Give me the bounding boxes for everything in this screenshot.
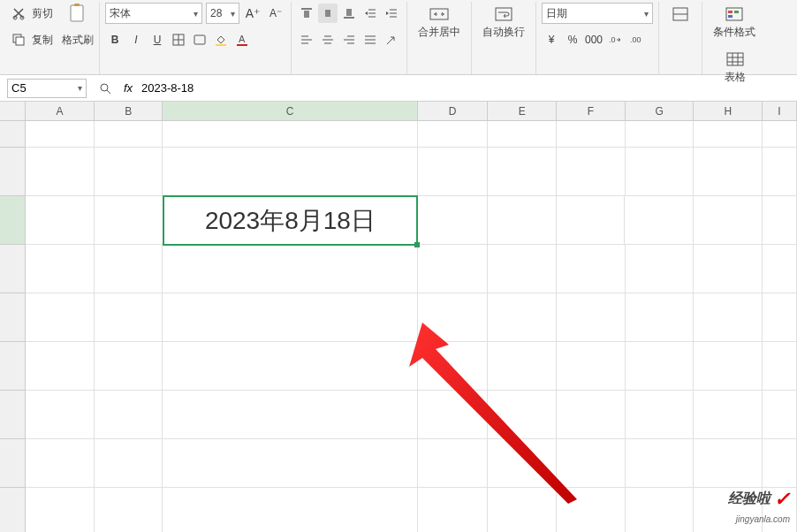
format-painter-label[interactable]: 格式刷 <box>62 33 94 48</box>
zoom-icon[interactable] <box>97 81 113 95</box>
cut-icon[interactable] <box>9 4 28 23</box>
cond-format-button[interactable]: 条件格式 <box>708 2 761 43</box>
selected-cell-c5[interactable]: 2023年8月18日 <box>163 195 418 246</box>
font-name-select[interactable]: 宋体 ▾ <box>105 3 202 24</box>
grid-cell[interactable] <box>163 342 417 391</box>
grid-cell[interactable] <box>417 196 488 245</box>
cut-label[interactable]: 剪切 <box>32 6 53 21</box>
number-format-select[interactable]: 日期 ▾ <box>542 3 653 24</box>
col-header-i[interactable]: I <box>763 102 797 120</box>
grid-cell[interactable] <box>418 121 489 148</box>
fx-icon[interactable]: fx <box>120 81 136 95</box>
grid-cell[interactable] <box>626 293 695 342</box>
col-header-d[interactable]: D <box>418 102 489 120</box>
percent-icon[interactable]: % <box>563 30 582 49</box>
grid-cell[interactable] <box>625 196 694 245</box>
grid-cell[interactable] <box>488 488 557 532</box>
grid-cell[interactable] <box>418 342 489 391</box>
grid-cell[interactable] <box>95 439 163 488</box>
wrap-text-button[interactable]: 自动换行 <box>477 2 530 43</box>
align-right-icon[interactable] <box>339 30 359 49</box>
grid-cell[interactable] <box>626 245 695 293</box>
grid-cell[interactable] <box>418 148 489 196</box>
grid-cell[interactable] <box>95 342 163 391</box>
increase-indent-icon[interactable] <box>382 4 401 23</box>
grid-cell[interactable] <box>95 148 163 196</box>
grid-cell[interactable] <box>488 391 557 439</box>
grid-cell[interactable] <box>626 121 695 148</box>
align-center-icon[interactable] <box>318 30 338 49</box>
grid-cell[interactable] <box>763 342 797 391</box>
cell-style-icon[interactable] <box>190 30 209 49</box>
grid-cell[interactable] <box>95 293 163 342</box>
merge-center-button[interactable]: 合并居中 <box>413 2 466 43</box>
grid-cell[interactable] <box>763 391 797 439</box>
align-bottom-icon[interactable] <box>339 4 359 23</box>
grid-cell[interactable] <box>694 148 763 196</box>
grid-cell[interactable] <box>557 245 626 293</box>
comma-icon[interactable]: 000 <box>584 30 603 49</box>
col-header-h[interactable]: H <box>694 102 763 120</box>
grid-cell[interactable] <box>557 488 626 532</box>
grid-cell[interactable] <box>163 121 417 148</box>
grid-cell[interactable] <box>418 439 489 488</box>
grid-cell[interactable] <box>163 391 417 439</box>
grid-cell[interactable] <box>95 196 163 245</box>
grid-cell[interactable] <box>694 196 763 245</box>
orientation-icon[interactable] <box>382 30 401 49</box>
paste-button[interactable] <box>62 0 94 28</box>
row-header[interactable] <box>0 439 26 488</box>
row-header[interactable] <box>0 121 26 148</box>
grid-cell[interactable] <box>95 488 163 532</box>
grid-cell[interactable] <box>694 439 763 488</box>
grid-cell[interactable] <box>163 293 417 342</box>
increase-font-icon[interactable]: A⁺ <box>243 4 262 23</box>
grid-cell[interactable] <box>694 391 763 439</box>
grid-cell[interactable] <box>626 148 695 196</box>
align-middle-icon[interactable] <box>318 4 338 23</box>
bold-icon[interactable]: B <box>105 30 125 49</box>
grid-cell[interactable] <box>694 245 763 293</box>
grid-cell[interactable] <box>418 391 489 439</box>
grid-cell[interactable] <box>694 293 763 342</box>
grid-cell[interactable] <box>557 293 626 342</box>
decrease-decimal-icon[interactable]: .0 <box>605 30 625 49</box>
italic-icon[interactable]: I <box>126 30 146 49</box>
row-header[interactable] <box>0 342 26 391</box>
col-header-a[interactable]: A <box>26 102 95 120</box>
grid-cell[interactable] <box>488 439 557 488</box>
grid-cell[interactable] <box>488 148 557 196</box>
row-header[interactable] <box>0 488 26 532</box>
grid-cell[interactable] <box>763 245 797 293</box>
name-box[interactable]: C5 ▾ <box>7 79 87 98</box>
row-header[interactable] <box>0 293 26 342</box>
row-header[interactable] <box>0 245 26 293</box>
grid-cell[interactable] <box>763 439 797 488</box>
copy-icon[interactable] <box>9 30 28 49</box>
grid-cell[interactable] <box>163 148 417 196</box>
grid-cell[interactable] <box>488 293 557 342</box>
grid-cell[interactable] <box>694 121 763 148</box>
grid-cell[interactable] <box>418 245 489 293</box>
grid-cell[interactable] <box>163 439 417 488</box>
grid-cell[interactable] <box>763 196 797 245</box>
grid-cell[interactable] <box>626 439 695 488</box>
col-header-g[interactable]: G <box>626 102 695 120</box>
grid-cell[interactable] <box>694 342 763 391</box>
grid-cell[interactable] <box>763 148 797 196</box>
grid-cell[interactable] <box>26 391 95 439</box>
grid-cell[interactable] <box>763 121 797 148</box>
grid-cell[interactable] <box>488 245 557 293</box>
row-header[interactable] <box>0 148 26 196</box>
grid-cell[interactable] <box>488 121 557 148</box>
currency-icon[interactable]: ¥ <box>542 30 561 49</box>
grid-cell[interactable] <box>418 488 489 532</box>
grid-cell[interactable] <box>626 488 695 532</box>
grid-cell[interactable] <box>26 293 95 342</box>
grid-cell[interactable] <box>557 439 626 488</box>
increase-decimal-icon[interactable]: .00 <box>626 30 646 49</box>
grid-cell[interactable] <box>163 245 417 293</box>
row-header[interactable] <box>0 196 26 245</box>
grid-cell[interactable] <box>163 488 417 532</box>
grid-cell[interactable] <box>557 391 626 439</box>
